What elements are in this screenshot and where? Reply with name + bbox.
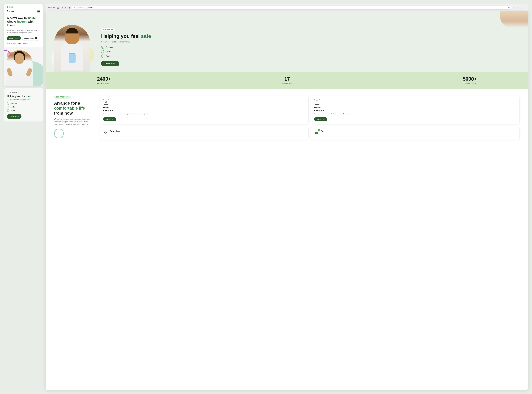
hero-checklist-item: Cheaper (101, 46, 520, 49)
browser-panel: ▤ ‹ › ◑ 🔒 webadent.net/Insure ↻ ⬆ ⎋ + ⧉ (46, 4, 528, 390)
watch-video-button[interactable]: Watch Video (22, 36, 39, 41)
checklist-item-label: Faster (106, 51, 111, 53)
svg-point-5 (316, 133, 316, 134)
browser-dot-green[interactable] (53, 7, 55, 8)
star-rating: ★★★★★ (7, 43, 16, 45)
lock-icon: 🔒 (74, 7, 76, 8)
stat-item-awards: 17 Awards Win (282, 76, 292, 84)
checklist-item: Cheaper (7, 102, 40, 105)
man-body (61, 43, 83, 71)
watch-video-label: Watch Video (24, 37, 34, 39)
hero-checklist-item: Fairer (101, 55, 520, 57)
sidebar-toggle-button[interactable]: ▤ (56, 6, 60, 9)
hero-green2: insured (17, 20, 27, 23)
hero-heading-green: safe (141, 33, 151, 39)
download-button[interactable]: ⬆ (513, 6, 516, 9)
browser-dot-yellow[interactable] (50, 7, 52, 8)
education-icon (103, 130, 108, 135)
checklist-item: Faster (7, 106, 40, 108)
browser-dot-red[interactable] (48, 7, 50, 8)
mobile-hero-heading: A better way to insure Always insured wi… (7, 16, 40, 27)
hero-checklist: Cheaper Faster Fairer (101, 46, 520, 57)
checklist-item: Fairer (7, 109, 40, 112)
checklist-label: Cheaper (11, 102, 17, 104)
browser-chrome: ▤ ‹ › ◑ 🔒 webadent.net/Insure ↻ ⬆ ⎋ + ⧉ (46, 4, 528, 11)
stat-number: 17 (282, 76, 292, 82)
browser-actions: ⬆ ⎋ + ⧉ (513, 6, 526, 9)
hero-heading: Helping you feel safe (101, 33, 520, 39)
car-text: Car (321, 130, 324, 134)
car-title: Car (321, 130, 324, 133)
hero-text-area: WHY INSURE Helping you feel safe Our aim… (101, 28, 520, 72)
products-deco-circle (54, 129, 64, 138)
product-card-home: Home Insurance A custom insurance plan i… (100, 96, 309, 125)
learn-more-button-mobile[interactable]: Learn More (7, 114, 21, 119)
hamburger-menu[interactable] (37, 10, 40, 12)
products-heading: Arrange for a comfortable life from now (54, 101, 93, 116)
dot-yellow[interactable] (9, 6, 11, 8)
health-insurance-title: Health Insurance (314, 106, 516, 112)
stats-section: 2400+ Five-Star Reviews 17 Awards Win 50… (46, 72, 528, 89)
dot-green[interactable] (11, 6, 13, 8)
why-heading-green: safe (27, 95, 32, 98)
refresh-icon[interactable]: ↻ (508, 6, 510, 9)
check-plan-button-home[interactable]: Check Plan (103, 117, 116, 121)
health-insurance-desc: A custom insurance plan built for your h… (314, 113, 516, 115)
browser-security-icon[interactable]: ◑ (69, 6, 70, 9)
check-plan-button-health[interactable]: Check Plan (314, 117, 327, 121)
play-icon (35, 37, 37, 39)
mobile-logo: insure (7, 10, 14, 13)
address-bar[interactable]: 🔒 webadent.net/Insure ↻ (72, 5, 512, 10)
education-text: Education (110, 130, 120, 134)
tabs-button[interactable]: ⧉ (523, 6, 526, 9)
stat-item-clients: 5000+ Satisfied Clients (463, 76, 477, 84)
address-text: webadent.net/Insure (77, 6, 507, 9)
hero-with: with (27, 20, 34, 23)
home-insurance-desc: A custom insurance plan is built for you… (103, 113, 305, 115)
stat-number: 2400+ (97, 76, 111, 82)
new-tab-button[interactable]: + (520, 6, 522, 9)
check-badge (101, 50, 104, 53)
learn-more-button[interactable]: Learn More (101, 61, 119, 66)
share-button[interactable]: ⎋ (517, 6, 519, 9)
browser-back-button[interactable]: ‹ (61, 6, 64, 9)
products-heading-line3: from now (54, 111, 73, 115)
browser-forward-button[interactable]: › (64, 6, 67, 9)
stat-label: Five-Star Reviews (97, 83, 111, 84)
man-hair (66, 28, 78, 33)
products-section: OUR PRODUCTS Arrange for a comfortable l… (46, 89, 528, 147)
top-right-person (500, 11, 528, 28)
stat-label: Awards Win (282, 83, 292, 84)
home-icon (103, 99, 109, 105)
mobile-window-dots (7, 6, 40, 8)
home-insurance-title: Home Insurance (103, 106, 305, 112)
person-arm-right (26, 68, 32, 77)
check-overlay: ✓ (318, 129, 320, 131)
mobile-why-section: WHY INSURE Helping you feel safe Our aim… (4, 88, 43, 121)
why-heading-text: Helping you feel (7, 95, 27, 98)
product-card-health: Health Insurance A custom insurance plan… (311, 96, 520, 125)
check-badge (101, 55, 104, 57)
person-arm-left (6, 68, 13, 77)
products-desc: We believe that insurance services and s… (54, 118, 93, 126)
hero-green1: insure (27, 16, 36, 20)
mobile-why-heading: Helping you feel safe (7, 95, 40, 98)
mobile-panel: insure A better way to insure Always ins… (4, 4, 43, 390)
health-icon (314, 99, 320, 105)
check-badge (101, 46, 104, 49)
checklist-item-label: Fairer (106, 55, 111, 57)
mobile-nav: insure (7, 10, 40, 13)
hamburger-line (37, 11, 40, 12)
why-insure-badge: WHY INSURE (101, 28, 115, 31)
stat-label: Satisfied Clients (463, 83, 477, 84)
reviews-count: 1400+ (17, 43, 21, 45)
dot-red[interactable] (7, 6, 8, 8)
product-card-car: ✓ Car (311, 127, 520, 140)
car-icon: ✓ (314, 130, 319, 135)
products-heading-green: comfortable life (54, 106, 85, 110)
mobile-hero-desc: Insure helps to give peace of mind with … (7, 29, 40, 34)
mobile-buttons: Get a Quote Watch Video (7, 36, 40, 41)
hero-person-wrap (54, 25, 93, 72)
hero-line3: Insure (7, 24, 15, 27)
get-quote-button[interactable]: Get a Quote (7, 36, 21, 40)
